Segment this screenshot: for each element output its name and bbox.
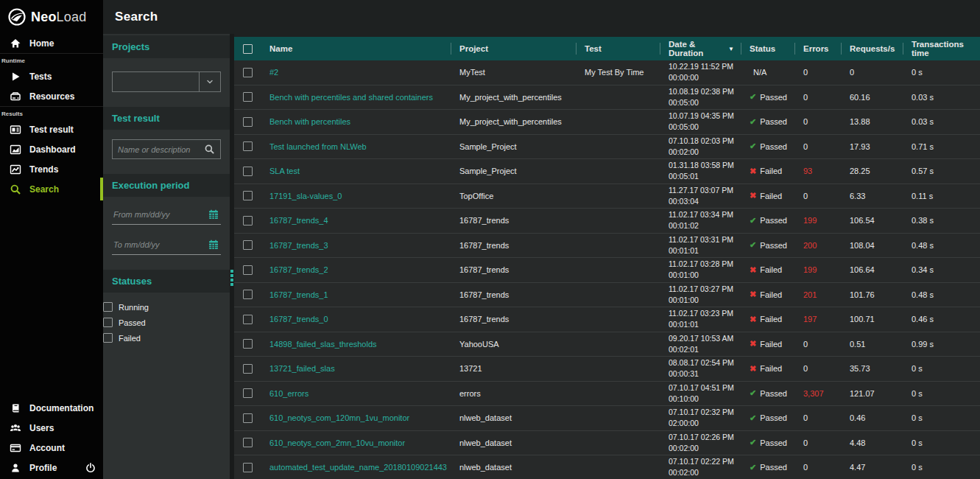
checkbox[interactable] (103, 302, 113, 312)
row-checkbox[interactable] (243, 68, 253, 77)
status-checkbox-passed[interactable]: Passed (103, 315, 230, 330)
date-line: 11.02.17 03:28 PM (669, 259, 741, 270)
sidebar-item-label: Tests (29, 71, 52, 82)
date-line: 11.02.17 03:27 PM (669, 284, 741, 295)
cell-date-duration: 07.10.17 02:22 PM 00:02:00 (660, 456, 741, 478)
sidebar-section-results: Results (0, 107, 103, 119)
cell-status: ✖ Failed (741, 265, 794, 275)
cell-errors: 201 (794, 290, 841, 299)
cell-name: automated_test_update_name_2018010902144… (261, 463, 451, 472)
test-result-link[interactable]: 16787_trends_3 (269, 241, 328, 250)
table-row: 610_errors errors 07.10.17 04:51 PM 00:1… (234, 382, 980, 407)
logout-button[interactable] (85, 462, 96, 473)
filter-section-title: Execution period (112, 180, 189, 191)
cell-date-duration: 08.08.17 02:54 PM 00:00:31 (660, 357, 741, 380)
status-checkbox-failed[interactable]: Failed (103, 330, 230, 346)
test-result-link[interactable]: 17191_sla-values_0 (269, 192, 342, 200)
row-checkbox[interactable] (243, 216, 253, 225)
test-result-link[interactable]: 610_neotys_com_120mn_1vu_monitor (269, 413, 409, 422)
test-result-link[interactable]: Bench with percentiles and shared contai… (269, 93, 433, 102)
sidebar-item-test-result[interactable]: Test result (0, 119, 103, 139)
test-result-link[interactable]: 610_errors (269, 389, 309, 398)
column-header-errors[interactable]: Errors (794, 37, 841, 60)
checkbox-label: Passed (119, 318, 146, 327)
row-checkbox[interactable] (243, 388, 253, 398)
row-checkbox[interactable] (243, 413, 253, 423)
test-result-link[interactable]: automated_test_update_name_2018010902144… (269, 463, 447, 472)
test-result-link[interactable]: Test launched from NLWeb (269, 142, 367, 151)
row-checkbox[interactable] (243, 191, 253, 200)
column-header-status[interactable]: Status (741, 37, 794, 60)
row-checkbox[interactable] (243, 265, 253, 275)
status-label: Passed (760, 389, 787, 398)
duration-line: 00:00:00 (669, 72, 741, 83)
sidebar-item-home[interactable]: Home (0, 34, 103, 53)
test-result-link[interactable]: 16787_trends_4 (269, 216, 328, 225)
column-header-date-duration[interactable]: Date & Duration ▼ (660, 37, 741, 60)
select-all-checkbox[interactable] (243, 44, 253, 54)
cell-status: ✔ Passed (741, 388, 794, 398)
checkbox[interactable] (103, 333, 113, 343)
calendar-icon[interactable] (208, 209, 219, 220)
from-date-input[interactable]: From mm/dd/yy (112, 206, 221, 225)
row-checkbox[interactable] (243, 141, 253, 151)
sidebar-item-trends[interactable]: Trends (0, 159, 103, 179)
test-result-link[interactable]: 16787_trends_1 (269, 290, 328, 299)
cell-date-duration: 10.08.19 02:38 PM 00:05:00 (660, 86, 741, 108)
column-header-project[interactable]: Project (451, 37, 576, 60)
sidebar-item-search[interactable]: Search (0, 179, 103, 199)
column-header-test[interactable]: Test (576, 37, 660, 60)
cell-date-duration: 07.10.17 02:26 PM 00:02:00 (660, 432, 741, 454)
column-header-requests[interactable]: Requests/s (841, 37, 903, 60)
status-label: Passed (760, 463, 787, 472)
table-row: 13721_failed_slas 13721 08.08.17 02:54 P… (234, 357, 980, 382)
projects-select[interactable] (112, 71, 221, 92)
cell-transactions: 0.48 s (903, 290, 980, 299)
sidebar-item-tests[interactable]: Tests (0, 66, 103, 86)
status-checkbox-running[interactable]: Running (103, 299, 230, 315)
test-result-link[interactable]: 16787_trends_2 (269, 265, 328, 274)
cell-transactions: 0.71 s (903, 142, 980, 151)
duration-line: 00:02:01 (669, 344, 741, 355)
row-checkbox[interactable] (243, 364, 253, 374)
row-checkbox[interactable] (243, 339, 253, 349)
row-checkbox-cell (234, 382, 261, 406)
calendar-icon[interactable] (208, 239, 219, 251)
row-checkbox[interactable] (243, 315, 253, 324)
checkbox[interactable] (103, 318, 113, 327)
test-result-link[interactable]: 13721_failed_slas (269, 364, 335, 373)
column-header-name[interactable]: Name (261, 37, 451, 60)
cell-transactions: 0 s (903, 413, 980, 422)
test-result-link[interactable]: 14898_failed_slas_thresholds (269, 340, 377, 349)
status-icon: ✔ (750, 240, 756, 250)
to-date-input[interactable]: To mm/dd/yy (112, 236, 221, 255)
test-result-link[interactable]: #2 (269, 68, 278, 77)
table-row: 610_neotys_com_2mn_10vu_monitor nlweb_da… (234, 431, 980, 456)
sidebar-item-label: Documentation (29, 403, 94, 413)
test-result-link[interactable]: 610_neotys_com_2mn_10vu_monitor (269, 438, 405, 447)
sidebar-item-profile[interactable]: Profile (0, 458, 103, 478)
sidebar-item-resources[interactable]: Resources (0, 86, 103, 106)
duration-line: 00:01:01 (669, 245, 741, 256)
row-checkbox[interactable] (243, 438, 253, 447)
test-result-search-input[interactable]: Name or description (112, 139, 221, 159)
row-checkbox[interactable] (243, 290, 253, 299)
row-checkbox[interactable] (243, 117, 253, 127)
sidebar-item-account[interactable]: Account (0, 438, 103, 458)
row-checkbox[interactable] (243, 240, 253, 250)
sort-desc-icon[interactable]: ▼ (728, 46, 734, 52)
cell-name: 16787_trends_3 (261, 241, 451, 250)
test-result-link[interactable]: Bench with percentiles (269, 117, 350, 126)
row-checkbox[interactable] (243, 92, 253, 102)
sidebar-item-dashboard[interactable]: Dashboard (0, 139, 103, 159)
cell-status: ✔ Passed (741, 92, 794, 102)
row-checkbox[interactable] (243, 463, 253, 472)
column-header-transactions[interactable]: Transactions time (903, 37, 980, 60)
cell-requests: 17.93 (841, 142, 903, 151)
row-checkbox[interactable] (243, 167, 253, 176)
test-result-link[interactable]: 16787_trends_0 (269, 315, 328, 324)
cell-name: 16787_trends_4 (261, 216, 451, 225)
sidebar-item-users[interactable]: Users (0, 418, 103, 438)
sidebar-item-documentation[interactable]: Documentation (0, 398, 103, 418)
test-result-link[interactable]: SLA test (269, 167, 300, 175)
